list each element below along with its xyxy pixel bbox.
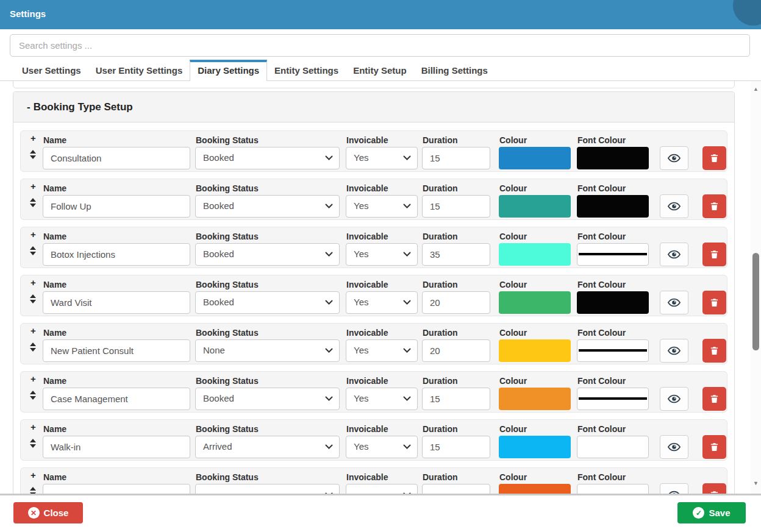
tab-billing-settings[interactable]: Billing Settings [414, 60, 495, 80]
sort-handle-icon[interactable] [30, 294, 36, 303]
scroll-down-icon[interactable]: ▼ [751, 480, 761, 486]
name-input[interactable] [43, 339, 190, 362]
preview-button[interactable] [660, 435, 688, 459]
preview-button[interactable] [660, 291, 688, 314]
colour-swatch[interactable] [499, 147, 571, 169]
booking-status-select[interactable]: Booked [195, 388, 340, 410]
colour-swatch[interactable] [499, 291, 571, 314]
invoicable-select[interactable]: Yes [346, 339, 418, 362]
name-input[interactable] [43, 243, 190, 266]
invoicable-select[interactable]: Yes [346, 388, 418, 410]
font-colour-swatch[interactable] [577, 195, 649, 218]
add-icon[interactable]: + [30, 133, 36, 143]
name-input[interactable] [43, 147, 190, 169]
duration-input[interactable] [422, 484, 490, 494]
delete-button[interactable] [702, 146, 726, 170]
invoicable-select[interactable] [346, 484, 418, 494]
sort-handle-icon[interactable] [30, 246, 36, 255]
colour-swatch[interactable] [499, 484, 571, 494]
duration-input[interactable] [422, 436, 490, 458]
delete-button[interactable] [702, 291, 726, 314]
tab-user-settings[interactable]: User Settings [15, 60, 88, 80]
delete-button[interactable] [702, 243, 726, 266]
preview-button[interactable] [660, 194, 688, 218]
colour-swatch[interactable] [499, 436, 571, 458]
preview-button[interactable] [660, 387, 688, 411]
preview-button[interactable] [660, 243, 688, 266]
colour-swatch[interactable] [499, 339, 571, 362]
booking-status-select[interactable]: Arrived [195, 436, 340, 458]
tab-entity-setup[interactable]: Entity Setup [346, 60, 414, 80]
name-input[interactable] [43, 436, 190, 458]
tab-diary-settings[interactable]: Diary Settings [190, 60, 267, 81]
sort-handle-icon[interactable] [30, 487, 36, 494]
add-icon[interactable]: + [30, 422, 36, 432]
font-colour-swatch[interactable] [577, 484, 649, 494]
colour-swatch[interactable] [499, 388, 571, 410]
sort-handle-icon[interactable] [30, 391, 36, 400]
name-input[interactable] [43, 195, 190, 218]
delete-button[interactable] [702, 483, 726, 494]
duration-input[interactable] [422, 243, 490, 266]
invoicable-select[interactable]: Yes [346, 147, 418, 169]
name-input[interactable] [43, 484, 190, 494]
preview-button[interactable] [660, 339, 688, 363]
scroll-up-icon[interactable]: ▲ [751, 86, 761, 92]
search-input[interactable] [10, 34, 750, 57]
font-colour-swatch[interactable] [577, 243, 649, 266]
invoicable-select[interactable]: Yes [346, 195, 418, 218]
booking-status-select[interactable] [195, 484, 340, 494]
booking-status-select[interactable]: None [195, 339, 340, 362]
sort-down-arrow [30, 252, 36, 255]
invoicable-select[interactable]: Yes [346, 243, 418, 266]
sort-handle-icon[interactable] [30, 198, 36, 207]
font-colour-swatch[interactable] [577, 339, 649, 362]
preview-button[interactable] [660, 146, 688, 170]
sort-handle-icon[interactable] [30, 342, 36, 352]
tab-entity-settings[interactable]: Entity Settings [267, 60, 346, 80]
booking-status-select[interactable]: Booked [195, 195, 340, 218]
name-input[interactable] [43, 291, 190, 314]
sort-handle-icon[interactable] [30, 439, 36, 448]
add-icon[interactable]: + [30, 230, 36, 239]
font-colour-swatch[interactable] [577, 436, 649, 458]
duration-input[interactable] [422, 291, 490, 314]
preview-button[interactable] [660, 483, 688, 494]
booking-status-select[interactable]: Booked [195, 243, 340, 266]
add-icon[interactable]: + [30, 374, 36, 384]
booking-status-select[interactable]: Booked [195, 291, 340, 314]
delete-button[interactable] [702, 387, 726, 411]
duration-input[interactable] [422, 195, 490, 218]
previous-section-edge [13, 81, 735, 88]
add-icon[interactable]: + [30, 182, 36, 191]
font-colour-swatch[interactable] [577, 291, 649, 314]
booking-status-select[interactable]: Booked [195, 147, 340, 169]
font-colour-swatch[interactable] [577, 388, 649, 410]
sort-handle-icon[interactable] [30, 150, 36, 159]
invoicable-select[interactable]: Yes [346, 291, 418, 314]
invoicable-column: Invoicable [346, 468, 418, 494]
vertical-scrollbar[interactable]: ▲ ▼ [751, 81, 761, 494]
add-icon[interactable]: + [30, 278, 36, 288]
chevron-down-icon [403, 396, 411, 402]
colour-swatch[interactable] [499, 195, 571, 218]
tab-user-entity-settings[interactable]: User Entity Settings [88, 60, 190, 80]
save-button[interactable]: ✓ Save [677, 502, 746, 523]
name-input[interactable] [43, 388, 190, 410]
booking-type-setup-header[interactable]: - Booking Type Setup [13, 92, 734, 122]
delete-button[interactable] [702, 435, 726, 459]
delete-button[interactable] [702, 194, 726, 218]
add-icon[interactable]: + [30, 326, 36, 336]
duration-input[interactable] [422, 339, 490, 362]
delete-button[interactable] [702, 339, 726, 363]
scrollbar-thumb[interactable] [752, 253, 759, 350]
add-icon[interactable]: + [30, 470, 36, 480]
duration-label: Duration [423, 424, 458, 434]
sort-up-arrow [30, 198, 36, 202]
invoicable-select[interactable]: Yes [346, 436, 418, 458]
duration-input[interactable] [422, 147, 490, 169]
close-button[interactable]: ✕ Close [13, 502, 83, 523]
duration-input[interactable] [422, 388, 490, 410]
font-colour-swatch[interactable] [577, 147, 649, 169]
colour-swatch[interactable] [499, 243, 571, 266]
